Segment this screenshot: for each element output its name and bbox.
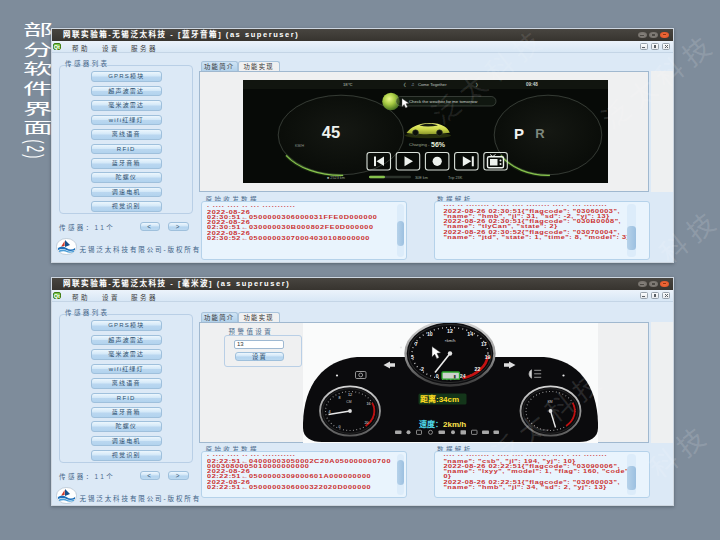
svg-text:P: P bbox=[513, 124, 523, 141]
svg-text:KM: KM bbox=[547, 400, 552, 404]
svg-text:速度：2km/h: 速度：2km/h bbox=[419, 418, 466, 428]
svg-text:❮: ❮ bbox=[403, 82, 407, 87]
svg-text:20: 20 bbox=[364, 421, 368, 425]
svg-text:18℃: 18℃ bbox=[343, 82, 353, 87]
svg-text:09:48: 09:48 bbox=[526, 82, 538, 87]
svg-text:56%: 56% bbox=[431, 140, 446, 147]
svg-text:16: 16 bbox=[366, 401, 370, 405]
svg-text:KM/H: KM/H bbox=[295, 144, 304, 148]
svg-text:4: 4 bbox=[328, 410, 330, 414]
svg-text:12: 12 bbox=[348, 392, 352, 396]
svg-text:2: 2 bbox=[421, 366, 424, 372]
svg-text:0: 0 bbox=[338, 424, 340, 428]
svg-text:♫: ♫ bbox=[411, 82, 414, 87]
svg-text:19: 19 bbox=[485, 354, 491, 360]
svg-text:5: 5 bbox=[411, 354, 414, 360]
svg-text:0: 0 bbox=[436, 372, 439, 378]
svg-text:10: 10 bbox=[427, 331, 433, 337]
svg-text:×km/h: ×km/h bbox=[444, 338, 455, 343]
svg-text:17: 17 bbox=[481, 341, 487, 347]
svg-text:Trip 23K: Trip 23K bbox=[448, 176, 463, 180]
svg-text:❯: ❯ bbox=[475, 82, 479, 87]
svg-text:■ 2523 km: ■ 2523 km bbox=[327, 176, 345, 180]
svg-text:12: 12 bbox=[447, 327, 453, 333]
svg-text:7: 7 bbox=[415, 341, 418, 347]
svg-text:距离:34cm: 距离:34cm bbox=[420, 394, 459, 404]
svg-text:14: 14 bbox=[467, 331, 473, 337]
svg-text:8: 8 bbox=[338, 395, 340, 399]
svg-text:45: 45 bbox=[321, 122, 339, 140]
svg-text:24: 24 bbox=[460, 372, 466, 378]
svg-text:R: R bbox=[535, 126, 545, 141]
svg-text:Come Together: Come Together bbox=[418, 82, 447, 87]
svg-text:Charging -: Charging - bbox=[409, 141, 430, 146]
svg-text:22: 22 bbox=[475, 366, 481, 372]
svg-text:CM: CM bbox=[346, 400, 351, 404]
svg-text:30E km: 30E km bbox=[415, 176, 428, 180]
svg-text:Check the weather for me tomor: Check the weather for me tomorrow bbox=[409, 99, 478, 104]
